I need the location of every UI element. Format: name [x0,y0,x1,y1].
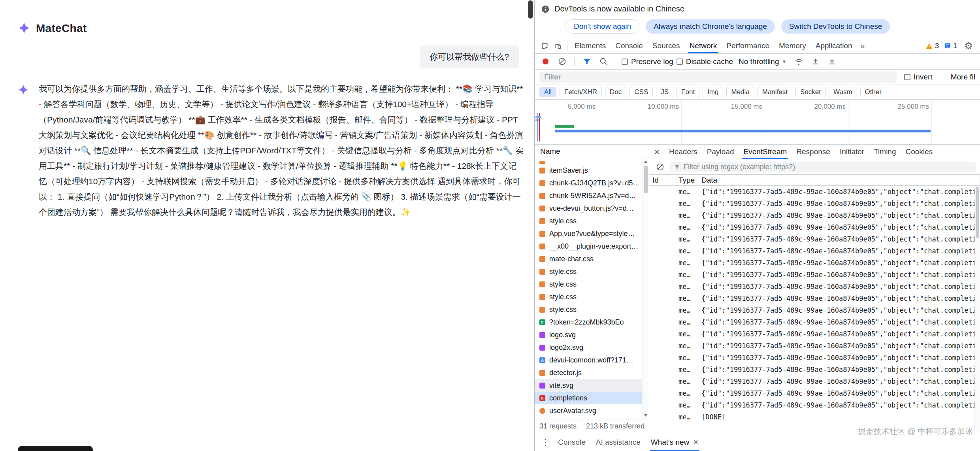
request-row[interactable]: __x00__plugin-vue:export… [535,240,642,253]
eventstream-row[interactable]: me…{"id":"19916377-7ad5-489c-99ae-160a87… [649,257,980,269]
device-toolbar-icon[interactable] [551,40,565,52]
filter-input[interactable] [539,72,897,83]
scrollbar-thumb[interactable] [976,187,979,238]
request-row[interactable]: chunk-GJ34Q2TB.js?v=d5… [535,177,642,189]
chat-scrollbar[interactable] [526,0,534,451]
request-row[interactable]: ?token=2zzoMbk93bEo [535,316,642,328]
request-row[interactable]: style.css [535,291,642,303]
drawer-tab-console[interactable]: Console [554,433,590,451]
eventstream-row[interactable]: me…{"id":"19916377-7ad5-489c-99ae-160a87… [649,245,980,257]
drawer-tab-whats-new[interactable]: What's new × [646,433,703,451]
scroll-up-icon[interactable] [644,160,648,163]
invert-checkbox[interactable]: Invert [904,73,933,81]
eventstream-column-header[interactable]: Type [675,175,698,185]
eventstream-row[interactable]: me…{"id":"19916377-7ad5-489c-99ae-160a87… [649,281,980,292]
network-overview[interactable]: 5,000 ms10,000 ms15,000 ms20,000 ms25,00… [535,100,980,145]
request-row[interactable]: style.css [535,265,642,278]
eventstream-column-header[interactable]: Id [649,175,675,185]
eventstream-row[interactable]: me…{"id":"19916377-7ad5-489c-99ae-160a87… [649,186,980,198]
close-whats-new-icon[interactable]: × [693,437,698,447]
more-tools-kebab-icon[interactable]: ⋮ [539,436,552,448]
request-row[interactable] [535,158,642,164]
type-chip[interactable]: Img [703,87,723,97]
request-list-scrollbar[interactable] [642,158,649,419]
eventstream-row[interactable]: me…{"id":"19916377-7ad5-489c-99ae-160a87… [649,198,980,209]
eventstream-filter-input[interactable]: Filter using regex (example: https?) [670,162,976,172]
devtools-tab[interactable]: Console [611,38,648,53]
request-row[interactable]: style.css [535,278,642,291]
type-chip[interactable]: Manifest [758,87,792,97]
drawer-tab-ai-assistance[interactable]: AI assistance [592,433,645,451]
devtools-tab[interactable]: Elements [570,38,611,53]
request-row[interactable]: itemSaver.js [535,164,642,177]
name-column-header[interactable]: Name [535,145,649,158]
request-row[interactable]: style.css [535,303,642,316]
switch-devtools-button[interactable]: Switch DevTools to Chinese [781,19,890,34]
detail-tab[interactable]: Initiator [835,145,869,159]
request-row[interactable]: logo2x.svg [535,341,642,354]
eventstream-row[interactable]: me…{"id":"19916377-7ad5-489c-99ae-160a87… [649,376,980,387]
type-chip[interactable]: Wasm [829,87,857,97]
inspect-icon[interactable] [538,40,551,52]
request-row[interactable]: mate-chat.css [535,253,642,265]
throttling-dropdown[interactable]: No throttling ▼ [736,57,789,66]
request-row[interactable]: chunk-5WRI5ZAA.js?v=d… [535,189,642,202]
eventstream-row[interactable]: me…{"id":"19916377-7ad5-489c-99ae-160a87… [649,387,980,399]
eventstream-column-header[interactable]: Data [698,175,980,185]
warnings-badge[interactable]: 3 [925,42,939,50]
eventstream-row[interactable]: me…{"id":"19916377-7ad5-489c-99ae-160a87… [649,304,980,316]
eventstream-row[interactable]: me…{"id":"19916377-7ad5-489c-99ae-160a87… [649,209,980,221]
eventstream-row[interactable]: me…{"id":"19916377-7ad5-489c-99ae-160a87… [649,399,980,411]
export-har-icon[interactable] [825,56,839,68]
eventstream-row[interactable]: me…{"id":"19916377-7ad5-489c-99ae-160a87… [649,221,980,233]
eventstream-row[interactable]: me…{"id":"19916377-7ad5-489c-99ae-160a87… [649,269,980,281]
request-row[interactable]: logo.svg [535,328,642,341]
match-language-button[interactable]: Always match Chrome's language [646,19,775,34]
type-chip[interactable]: Doc [605,87,626,97]
eventstream-row[interactable]: me…{"id":"19916377-7ad5-489c-99ae-160a87… [649,340,980,352]
type-chip[interactable]: Other [860,87,887,97]
request-row[interactable]: devui-icomoon.woff?171… [535,354,642,366]
eventstream-row[interactable]: me…[DONE] [649,411,980,423]
eventstream-scrollbar[interactable] [974,186,980,433]
eventstream-row[interactable]: me…{"id":"19916377-7ad5-489c-99ae-160a87… [649,328,980,340]
clear-button[interactable] [555,56,569,68]
import-har-icon[interactable] [808,56,822,68]
type-chip[interactable]: CSS [629,87,653,97]
chat-scrollbar-thumb[interactable] [528,0,533,19]
filter-toggle-icon[interactable] [580,56,594,68]
scroll-down-icon[interactable] [644,414,648,417]
preserve-log-checkbox[interactable]: Preserve log [622,57,673,66]
detail-tab[interactable]: EventStream [739,145,792,159]
devtools-tab[interactable]: Network [685,38,722,53]
record-button[interactable] [539,56,552,68]
network-conditions-icon[interactable] [792,56,805,68]
scrollbar-thumb[interactable] [644,166,648,193]
dont-show-again-button[interactable]: Don't show again [565,19,639,34]
detail-tab[interactable]: Timing [869,145,901,159]
detail-tab[interactable]: Payload [702,145,739,159]
disable-cache-checkbox[interactable]: Disable cache [677,57,733,66]
devtools-tab[interactable]: Application [811,38,857,53]
type-chip[interactable]: Media [726,87,754,97]
eventstream-row[interactable]: me…{"id":"19916377-7ad5-489c-99ae-160a87… [649,364,980,376]
eventstream-row[interactable]: me…{"id":"19916377-7ad5-489c-99ae-160a87… [649,316,980,328]
request-row[interactable]: style.css [535,215,642,227]
type-chip[interactable]: Socket [795,87,825,97]
more-filters-label[interactable]: More fil [951,73,975,81]
eventstream-row[interactable]: me…{"id":"19916377-7ad5-489c-99ae-160a87… [649,292,980,304]
type-chip[interactable]: All [539,87,556,97]
request-row[interactable]: App.vue?vue&type=style… [535,227,642,240]
eventstream-row[interactable]: me…{"id":"19916377-7ad5-489c-99ae-160a87… [649,352,980,364]
type-chip[interactable]: JS [656,87,673,97]
detail-tab[interactable]: Headers [664,145,702,159]
request-row[interactable]: vite.svg [535,379,642,392]
request-row[interactable]: completions [535,392,642,404]
devtools-tab[interactable]: Performance [722,38,774,53]
request-row[interactable]: vue-devui_button.js?v=d… [535,202,642,215]
close-detail-icon[interactable]: × [649,145,664,159]
devtools-tab[interactable]: Sources [648,38,685,53]
more-tabs-icon[interactable]: » [857,41,868,51]
search-icon[interactable] [597,56,610,68]
type-chip[interactable]: Fetch/XHR [560,87,602,97]
